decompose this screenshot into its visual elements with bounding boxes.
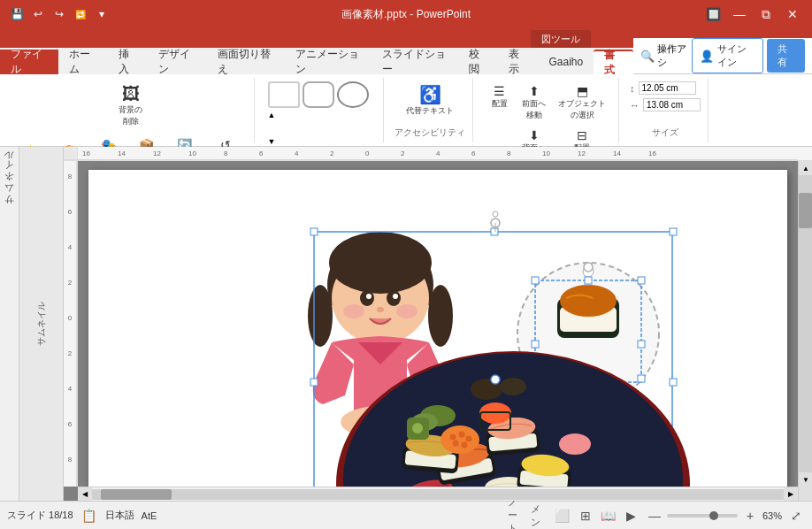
close-button[interactable]: ✕ <box>780 2 805 27</box>
scroll-track-h[interactable] <box>92 489 784 500</box>
operation-assist-button[interactable]: 🔍 操作アシ <box>640 42 687 69</box>
scroll-up-button[interactable]: ▲ <box>799 161 812 175</box>
title-bar-left: 💾 ↩ ↪ 🔁 ▾ <box>7 4 111 24</box>
tab-gaaiho[interactable]: Gaaiho <box>538 50 594 74</box>
zoom-out-button[interactable]: ― <box>646 507 663 525</box>
zoom-controls: ― + 63% <box>646 507 782 525</box>
share-button[interactable]: 共有 <box>767 39 805 73</box>
height-input[interactable] <box>639 81 696 95</box>
scroll-thumb-h[interactable] <box>101 489 172 500</box>
tab-home[interactable]: ホーム <box>58 50 108 74</box>
height-input-row: ↕ <box>630 81 701 95</box>
ribbon-group-size: ↕ ↔ サイズ <box>623 78 709 142</box>
ruler-corner <box>64 147 78 160</box>
svg-text:0: 0 <box>365 150 370 157</box>
svg-text:4: 4 <box>68 243 73 251</box>
tab-review[interactable]: 校閲 <box>458 50 498 74</box>
svg-rect-50 <box>638 277 645 284</box>
svg-text:16: 16 <box>82 150 90 157</box>
remove-background-button[interactable]: 🖼 背景の削除 <box>113 81 149 130</box>
zoom-thumb[interactable] <box>709 511 718 520</box>
svg-text:2: 2 <box>68 279 73 287</box>
context-tab-figure-tools[interactable]: 図ツール <box>531 30 591 48</box>
notes-button[interactable]: ノート <box>508 507 525 525</box>
slide[interactable] <box>88 170 787 487</box>
svg-rect-48 <box>532 277 539 284</box>
title-bar-title: 画像素材.pptx - PowerPoint <box>341 7 471 22</box>
svg-point-35 <box>366 294 372 299</box>
tab-slideshow[interactable]: スライドショー <box>372 50 458 74</box>
customize-icon[interactable]: ▾ <box>92 4 111 24</box>
redo-icon[interactable]: ↪ <box>50 4 69 24</box>
status-bar: スライド 18/18 📋 日本語 AtE ノート コメント ⬜ ⊞ 📖 ▶ ― … <box>0 501 812 529</box>
repeat-icon[interactable]: 🔁 <box>71 4 90 24</box>
svg-point-116 <box>500 378 526 395</box>
width-input[interactable] <box>643 98 701 111</box>
slide-notes-icon[interactable]: 📋 <box>80 507 98 525</box>
ribbon-group-label-size: サイズ <box>652 126 678 139</box>
scroll-left-button[interactable]: ◀ <box>78 487 92 502</box>
minimize-button[interactable]: ― <box>727 2 752 27</box>
horizontal-ruler: 16 14 12 10 8 6 4 2 0 2 4 6 8 10 12 14 1 <box>78 147 798 161</box>
ribbon-display-icon[interactable]: 🔲 <box>701 2 725 27</box>
horizontal-scrollbar[interactable]: ◀ ▶ <box>78 487 798 501</box>
bring-forward-button[interactable]: ⬆ 前面へ移動 <box>517 81 551 124</box>
sidebar: サムネイル <box>0 147 19 501</box>
svg-point-56 <box>584 263 593 272</box>
tab-view[interactable]: 表示 <box>498 50 538 74</box>
fit-slide-button[interactable]: ⤢ <box>787 507 805 525</box>
svg-rect-59 <box>310 228 318 235</box>
width-input-row: ↔ <box>630 98 701 111</box>
ribbon-group-picture-styles: ▲ ▼ ▾ □ 図の枠線 ◈ 図の効果 ⊞ 図のレイアウト 図のスタイル <box>258 78 384 142</box>
svg-point-32 <box>428 285 453 347</box>
slideshow-button[interactable]: ▶ <box>623 507 640 525</box>
tab-row: ファイル ホーム 挿入 デザイン 画面切り替え アニメーション スライドショー … <box>0 48 812 74</box>
svg-text:10: 10 <box>188 150 196 157</box>
tab-animations[interactable]: アニメーション <box>285 50 372 74</box>
svg-point-114 <box>559 433 591 455</box>
alt-text-button[interactable]: ♿ 代替テキスト <box>401 81 459 119</box>
ribbon: 🖼 背景の削除 ✨ 修整 🎨 色 🎭 アート効果 📦 図の圧縮 🔄 <box>0 74 812 147</box>
ruler-v-svg: 8 6 4 2 0 2 4 6 8 <box>64 161 78 487</box>
svg-text:4: 4 <box>295 150 299 157</box>
zoom-slider[interactable] <box>667 514 738 518</box>
ribbon-group-accessibility: ♿ 代替テキスト アクセシビリティ <box>387 78 473 142</box>
svg-point-107 <box>465 435 472 442</box>
zoom-in-button[interactable]: + <box>741 507 759 525</box>
picture-style-preset-2[interactable] <box>303 81 334 108</box>
svg-point-68 <box>493 211 498 217</box>
slide-illustration <box>88 170 787 487</box>
undo-icon[interactable]: ↩ <box>28 4 48 24</box>
svg-text:10: 10 <box>542 150 550 157</box>
scroll-right-button[interactable]: ▶ <box>784 487 798 502</box>
reading-view-button[interactable]: 📖 <box>600 507 617 525</box>
picture-style-preset-3[interactable] <box>337 81 369 108</box>
selection-pane-button[interactable]: ⬒ オブジェクトの選択 <box>553 81 611 124</box>
tab-file[interactable]: ファイル <box>0 50 58 74</box>
svg-text:6: 6 <box>68 208 73 216</box>
picture-style-preset-1[interactable] <box>268 81 300 108</box>
quick-access-toolbar: 💾 ↩ ↪ 🔁 ▾ <box>7 4 111 24</box>
arrange-button[interactable]: ☰ 配置 <box>484 81 515 112</box>
scroll-track-v[interactable] <box>799 175 812 472</box>
tab-format[interactable]: 書式 <box>594 50 633 74</box>
vertical-ruler: 8 6 4 2 0 2 4 6 8 <box>64 161 78 487</box>
normal-view-button[interactable]: ⬜ <box>554 507 571 525</box>
svg-rect-52 <box>638 341 645 348</box>
slide-sorter-button[interactable]: ⊞ <box>577 507 594 525</box>
svg-text:8: 8 <box>68 172 73 180</box>
vertical-scrollbar[interactable]: ▲ ▼ <box>798 161 812 487</box>
save-icon[interactable]: 💾 <box>7 4 27 24</box>
tab-insert[interactable]: 挿入 <box>108 50 148 74</box>
scroll-thumb-v[interactable] <box>799 193 812 228</box>
canvas-area[interactable] <box>78 161 798 487</box>
tab-transitions[interactable]: 画面切り替え <box>207 50 285 74</box>
restore-button[interactable]: ⧉ <box>754 2 778 27</box>
sign-in-button[interactable]: 👤 サインイン <box>692 38 764 73</box>
thumbnail-panel[interactable]: サムネイル <box>19 147 64 501</box>
svg-text:2: 2 <box>330 150 334 157</box>
comments-button[interactable]: コメント <box>531 507 548 525</box>
svg-point-106 <box>458 431 465 438</box>
tab-design[interactable]: デザイン <box>148 50 206 74</box>
scroll-down-button[interactable]: ▼ <box>799 472 812 487</box>
